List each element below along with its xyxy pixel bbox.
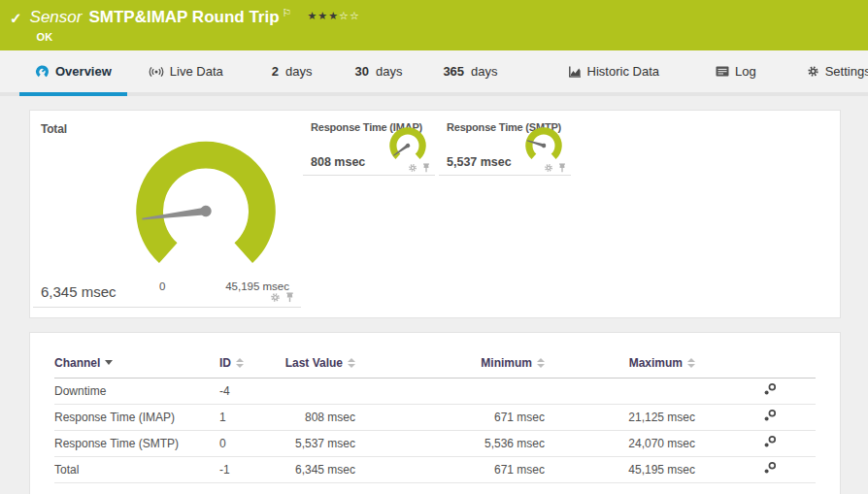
gauge-scale-min: 0 [159, 280, 165, 292]
tab-log-label: Log [735, 64, 756, 79]
column-header-channel[interactable]: Channel [54, 356, 113, 370]
gauge-tile-imap[interactable]: Response Time (IMAP) 808 msec [303, 115, 435, 176]
cell-channel: Response Time (SMTP) [54, 430, 219, 456]
gear-icon[interactable] [408, 163, 417, 173]
gear-icon[interactable] [270, 292, 281, 303]
overview-gauges-panel: Total 0 45,195 msec 6,345 msec Response … [29, 110, 841, 318]
cell-minimum [467, 378, 545, 404]
tab-overview[interactable]: Overview [19, 50, 127, 96]
column-header-maximum[interactable]: Maximum [629, 356, 695, 370]
pin-icon[interactable] [557, 163, 567, 173]
channel-table: Channel ID Last Value Minimum Maximum Do… [54, 348, 816, 483]
cell-last-value [278, 378, 355, 404]
tab-30-days-label: days [376, 64, 402, 79]
column-header-id[interactable]: ID [219, 356, 244, 370]
cell-id: 1 [219, 404, 278, 430]
gauge-icon [35, 64, 50, 79]
cell-minimum: 5,536 msec [467, 430, 545, 456]
gauge-value-imap: 808 msec [311, 155, 365, 169]
pin-icon[interactable] [421, 163, 431, 173]
gauge-tile-smtp[interactable]: Response Time (SMTP) 5,537 msec [439, 115, 571, 176]
stars-empty: ☆☆ [339, 10, 360, 21]
cell-channel: Downtime [54, 378, 219, 404]
cell-minimum: 671 msec [467, 456, 545, 482]
tab-overview-label: Overview [55, 64, 112, 79]
sensor-header: ✓ Sensor SMTP&IMAP Round Trip ⚐ ★★★☆☆ OK [0, 0, 868, 50]
channel-settings-wrench-icon[interactable] [763, 461, 777, 475]
sort-icon [236, 358, 244, 368]
tab-bar: Overview Live Data 2 days 30 days 365 da… [0, 50, 868, 96]
cell-maximum: 45,195 msec [618, 456, 695, 482]
table-row: Response Time (SMTP) 0 5,537 msec 5,536 … [54, 430, 816, 456]
gauge-scale-max: 45,195 msec [225, 280, 289, 292]
cell-minimum: 671 msec [467, 404, 545, 430]
cell-last-value: 5,537 msec [278, 430, 355, 456]
table-header-row: Channel ID Last Value Minimum Maximum [54, 348, 816, 378]
stars-filled: ★★★ [307, 10, 339, 21]
sort-desc-icon [105, 360, 113, 365]
page-title: SMTP&IMAP Round Trip [88, 8, 279, 27]
tab-2-days[interactable]: 2 days [256, 50, 328, 96]
tab-2-days-label: days [285, 64, 312, 79]
table-row: Total -1 6,345 msec 671 msec 45,195 msec [54, 456, 816, 482]
cell-id: -1 [219, 456, 278, 482]
tab-live-data-label: Live Data [170, 64, 223, 79]
tab-historic-data-label: Historic Data [587, 64, 659, 79]
gear-icon[interactable] [544, 163, 553, 173]
live-broadcast-icon [149, 66, 164, 78]
tab-log[interactable]: Log [700, 50, 772, 96]
gauge-title-total: Total [41, 122, 67, 136]
status-ok-check-icon: ✓ [10, 10, 22, 27]
cell-channel: Response Time (IMAP) [54, 404, 219, 430]
flag-icon[interactable]: ⚐ [283, 3, 292, 22]
sort-icon [537, 358, 545, 368]
gauge-value-smtp: 5,537 msec [447, 155, 512, 169]
gauge-imap [384, 126, 432, 160]
sort-icon [687, 358, 695, 368]
channel-settings-wrench-icon[interactable] [763, 435, 777, 448]
sensor-kind-label: Sensor [30, 8, 83, 27]
pin-icon[interactable] [284, 292, 295, 303]
tab-live-data[interactable]: Live Data [133, 50, 239, 96]
log-list-icon [716, 66, 729, 77]
tab-30-days[interactable]: 30 days [339, 50, 417, 96]
column-header-last-value[interactable]: Last Value [285, 356, 355, 370]
cell-maximum: 21,125 msec [618, 404, 695, 430]
tab-365-days[interactable]: 365 days [427, 50, 513, 96]
priority-star-rating[interactable]: ★★★☆☆ [307, 6, 359, 25]
status-badge: OK [37, 31, 360, 43]
gauge-value-total: 6,345 msec [41, 283, 117, 300]
cell-last-value: 6,345 msec [278, 456, 355, 482]
column-header-minimum[interactable]: Minimum [481, 356, 545, 370]
cell-id: -4 [219, 378, 278, 404]
gauge-tile-total[interactable]: Total 0 45,195 msec 6,345 msec [33, 115, 301, 308]
channel-settings-wrench-icon[interactable] [763, 382, 777, 396]
channel-table-panel: Channel ID Last Value Minimum Maximum Do… [29, 332, 841, 494]
tab-settings-label: Settings [825, 64, 868, 79]
gear-icon [807, 65, 819, 78]
gauge-total [113, 137, 299, 267]
area-chart-icon [568, 65, 582, 79]
channel-settings-wrench-icon[interactable] [763, 409, 777, 422]
tab-365-days-number: 365 [443, 64, 464, 79]
tab-30-days-number: 30 [354, 64, 368, 79]
tab-2-days-number: 2 [272, 64, 279, 79]
gauge-smtp [519, 126, 568, 160]
table-row: Downtime -4 [54, 378, 816, 404]
cell-channel: Total [54, 456, 219, 482]
cell-maximum [618, 378, 695, 404]
table-row: Response Time (IMAP) 1 808 msec 671 msec… [54, 404, 816, 430]
sensor-header-text: Sensor SMTP&IMAP Round Trip ⚐ ★★★☆☆ OK [30, 8, 360, 43]
tab-historic-data[interactable]: Historic Data [552, 50, 675, 96]
cell-last-value: 808 msec [278, 404, 355, 430]
cell-maximum: 24,070 msec [618, 430, 695, 456]
tab-365-days-label: days [471, 64, 497, 79]
tab-settings[interactable]: Settings [791, 50, 868, 96]
sort-icon [348, 358, 355, 368]
cell-id: 0 [219, 430, 278, 456]
